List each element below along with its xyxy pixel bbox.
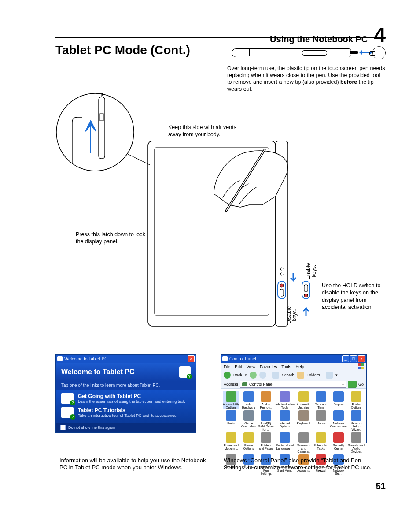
menu-view[interactable]: View <box>247 364 255 369</box>
minimize-button[interactable]: _ <box>342 355 349 362</box>
cp-item[interactable]: Accessibility Options <box>223 391 239 409</box>
svg-rect-8 <box>280 289 284 296</box>
welcome-item-desc: Learn the essentials of using the tablet… <box>78 399 185 404</box>
back-button[interactable]: Back <box>233 373 242 377</box>
search-button[interactable]: Search <box>282 373 295 377</box>
cp-item-icon <box>351 410 361 421</box>
cp-toolbar: Back ▾ Search Folders ▾ <box>221 370 366 380</box>
back-icon[interactable] <box>224 372 231 379</box>
cp-item-icon <box>226 410 236 421</box>
cp-item-label: Date and Time <box>313 403 329 409</box>
cp-item-icon <box>226 391 236 402</box>
cp-item[interactable]: Mouse <box>313 410 329 431</box>
cp-item-label: Scanners and Cameras <box>295 444 312 453</box>
up-icon[interactable] <box>259 372 266 379</box>
header-rule <box>55 37 386 38</box>
svg-rect-18 <box>100 114 103 121</box>
cp-item-label: Regional and Language ... <box>275 444 295 450</box>
cp-item[interactable]: Fonts <box>223 410 239 431</box>
cp-item-label: Add or Remov... <box>258 403 274 409</box>
welcome-item-desc: Take an interactive tour of Tablet PC an… <box>78 413 177 418</box>
cp-item[interactable]: Internet Options <box>275 410 295 431</box>
welcome-link-get-going[interactable]: Get Going with Tablet PC Learn the essen… <box>61 393 191 404</box>
cp-item-label: Sounds and Audio Devices <box>348 444 365 453</box>
cp-item[interactable]: Power Options <box>240 432 257 453</box>
maximize-button[interactable]: □ <box>350 355 357 362</box>
address-input[interactable]: Control Panel ▾ <box>240 381 346 388</box>
cp-item-icon <box>280 391 290 402</box>
welcome-titlebar-text: Welcome to Tablet PC <box>64 357 108 361</box>
cp-item[interactable]: Network Connections <box>330 410 347 431</box>
folders-button[interactable]: Folders <box>307 373 320 377</box>
running-header: Using the Notebook PC 4 <box>270 25 386 46</box>
cp-item[interactable]: Display <box>330 391 347 409</box>
cp-item-icon <box>316 391 326 402</box>
cp-item-icon <box>351 391 361 402</box>
titlebar-icon <box>57 356 63 361</box>
cp-item-icon <box>333 410 344 421</box>
cp-item[interactable]: Sounds and Audio Devices <box>348 432 365 453</box>
cp-item[interactable]: Phone and Modem ... <box>223 432 239 453</box>
close-button[interactable]: × <box>358 355 365 362</box>
forward-icon[interactable] <box>250 372 257 379</box>
menu-edit[interactable]: Edit <box>235 364 242 369</box>
cp-item[interactable]: Scheduled Tasks <box>313 432 329 453</box>
cp-item-icon <box>243 432 254 443</box>
cp-item[interactable]: Add Hardware <box>240 391 257 409</box>
cp-item[interactable]: Security Center <box>330 432 347 453</box>
control-panel-screenshot: Control Panel _ □ × File Edit View Favor… <box>221 354 367 443</box>
windows-logo-icon <box>357 363 365 370</box>
cp-item[interactable]: Game Controllers <box>240 410 257 431</box>
titlebar-icon <box>222 356 228 361</box>
document-help-icon <box>61 393 74 404</box>
menu-favorites[interactable]: Favorites <box>260 364 277 369</box>
welcome-link-tutorials[interactable]: Tablet PC Tutorials Take an interactive … <box>61 407 191 418</box>
menu-file[interactable]: File <box>224 364 230 369</box>
cp-item-label: Fonts <box>227 422 235 425</box>
cp-item-label: Scheduled Tasks <box>313 444 329 450</box>
cp-item-icon <box>261 391 271 402</box>
cp-item[interactable]: Printers and Faxes <box>258 432 274 453</box>
svg-rect-22 <box>358 367 361 369</box>
cp-item-icon <box>351 432 361 443</box>
disable-keys-label: Disable keys. <box>286 300 298 331</box>
document-help-icon <box>61 407 74 418</box>
cp-item-icon <box>261 432 271 443</box>
enable-keys-label: Enable keys. <box>306 258 317 284</box>
welcome-item-title: Get Going with Tablet PC <box>78 393 185 399</box>
menu-help[interactable]: Help <box>295 364 304 369</box>
svg-point-3 <box>280 268 283 270</box>
go-button[interactable] <box>348 381 357 388</box>
welcome-subtitle: Tap one of the links to learn more about… <box>56 381 196 390</box>
cp-item[interactable]: Keyboard <box>295 410 312 431</box>
left-caption: Information will be available to help yo… <box>59 457 209 472</box>
views-icon[interactable] <box>326 372 333 379</box>
cp-item[interactable]: Intel(R) GMA Driver for ... <box>258 410 274 431</box>
cp-item[interactable]: Add or Remov... <box>258 391 274 409</box>
cp-item[interactable]: Automatic Updates <box>295 391 312 409</box>
close-button[interactable]: × <box>188 355 195 362</box>
svg-point-7 <box>280 284 284 287</box>
cp-item-icon <box>280 410 290 421</box>
welcome-heading-text: Welcome to Tablet PC <box>61 368 135 376</box>
folders-icon[interactable] <box>297 372 304 379</box>
cp-item[interactable]: Folder Options <box>348 391 365 409</box>
latch-note: Press this latch down to lock the displa… <box>76 231 146 245</box>
cp-item[interactable]: Network Setup Wizard <box>348 410 365 431</box>
do-not-show-checkbox[interactable] <box>60 425 66 430</box>
cp-item-label: Add Hardware <box>240 403 257 409</box>
cp-item-label: Security Center <box>330 444 347 450</box>
search-icon[interactable] <box>272 372 279 379</box>
cp-item-icon <box>316 432 326 443</box>
menu-tools[interactable]: Tools <box>281 364 291 369</box>
page-title: Tablet PC Mode (Cont.) <box>55 43 190 57</box>
cp-address-bar: Address Control Panel ▾ Go <box>221 380 366 389</box>
hold-switch-note: Use the HOLD switch to disable the keys … <box>322 282 390 311</box>
cp-item[interactable]: Regional and Language ... <box>275 432 295 453</box>
cp-item[interactable]: Administrative Tools <box>275 391 295 409</box>
cp-titlebar-text: Control Panel <box>229 357 256 361</box>
cp-item[interactable]: Scanners and Cameras <box>295 432 312 453</box>
cp-item[interactable]: Date and Time <box>313 391 329 409</box>
cp-item-label: Folder Options <box>348 403 365 409</box>
svg-rect-17 <box>99 97 105 159</box>
